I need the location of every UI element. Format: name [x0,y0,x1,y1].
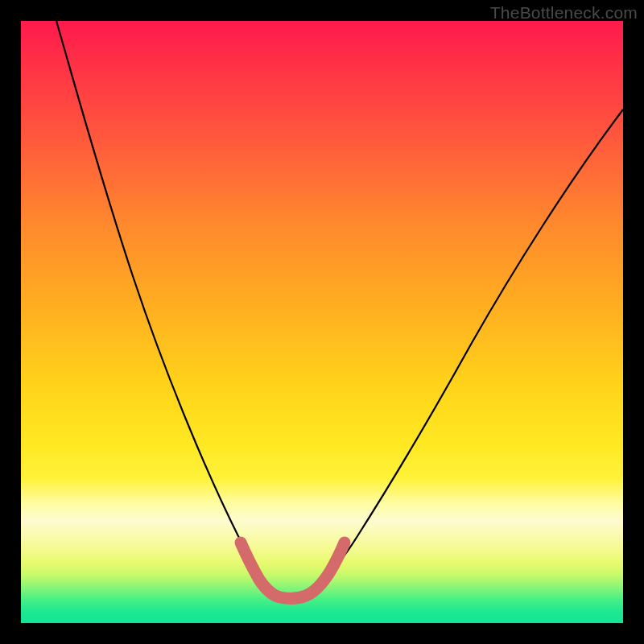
optimal-range-highlight [241,543,345,598]
chart-svg [21,21,623,623]
watermark-text: TheBottleneck.com [490,3,638,23]
chart-frame: TheBottleneck.com [0,0,644,644]
bottleneck-curve [56,21,623,596]
plot-area [21,21,623,623]
